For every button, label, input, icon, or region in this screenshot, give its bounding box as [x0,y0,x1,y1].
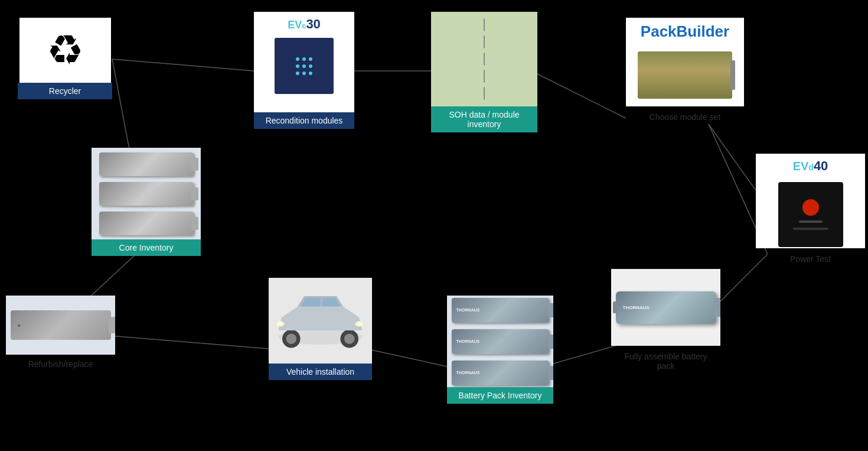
recondition-image: EVc30 [254,12,354,112]
power-test-node: EVd40 Power Test [756,154,865,267]
soh-node: SOH data / module inventory [431,12,537,132]
evd40-logo: EVd40 [793,158,828,174]
core-inventory-node: Core Inventory [92,148,201,256]
refurbish-label: Refurbish/replace [6,356,115,372]
vehicle-install-node: Vehicle installation [269,278,372,380]
refurbish-image: ◄ [6,296,115,355]
battery-pack-inv-image: THORNAUS THORNAUS THORNAUS [447,296,553,387]
battery-pack-inv-label: Battery Pack Inventory [447,387,553,404]
core-inventory-image [92,148,201,239]
power-test-label: Power Test [756,251,865,267]
core-inventory-label: Core Inventory [92,239,201,256]
battery-pack-inv-node: THORNAUS THORNAUS THORNAUS Battery Pack … [447,296,553,404]
fully-assemble-label: Fully assemble battery pack [611,348,720,374]
recondition-node: EVc30 Recondition modules [254,12,354,129]
evd40-machine [778,182,843,247]
choose-module-node: PackBuilder Choose module set [626,18,744,125]
svg-point-15 [344,333,355,344]
refurbish-node: ◄ Refurbish/replace [6,296,115,372]
evc30-machine [275,38,334,94]
soh-image [431,12,537,106]
svg-line-0 [112,59,254,71]
car-icon [269,278,372,364]
power-test-image: EVd40 [756,154,865,248]
vehicle-install-label: Vehicle installation [269,364,372,380]
svg-line-7 [366,349,447,366]
svg-point-16 [355,322,363,327]
fully-assemble-node: THORNAUS Fully assemble battery pack [611,269,720,374]
choose-module-label: Choose module set [626,109,744,125]
recondition-label: Recondition modules [254,112,354,129]
recycler-image: ♻ [19,18,111,83]
recycler-node: ♻ Recycler [18,18,112,99]
recycle-icon: ♻ [47,26,84,74]
pack-module-visual [638,51,732,99]
packbuilder-logo: PackBuilder [641,22,729,41]
svg-point-13 [286,333,297,344]
svg-point-17 [276,322,284,327]
fully-assemble-image: THORNAUS [611,269,720,346]
evc30-logo-ev: EV [288,19,302,31]
svg-line-2 [531,71,626,118]
vehicle-install-image [269,278,372,364]
recycler-label: Recycler [18,83,112,99]
choose-module-image: PackBuilder [626,18,744,106]
soh-label: SOH data / module inventory [431,106,537,132]
